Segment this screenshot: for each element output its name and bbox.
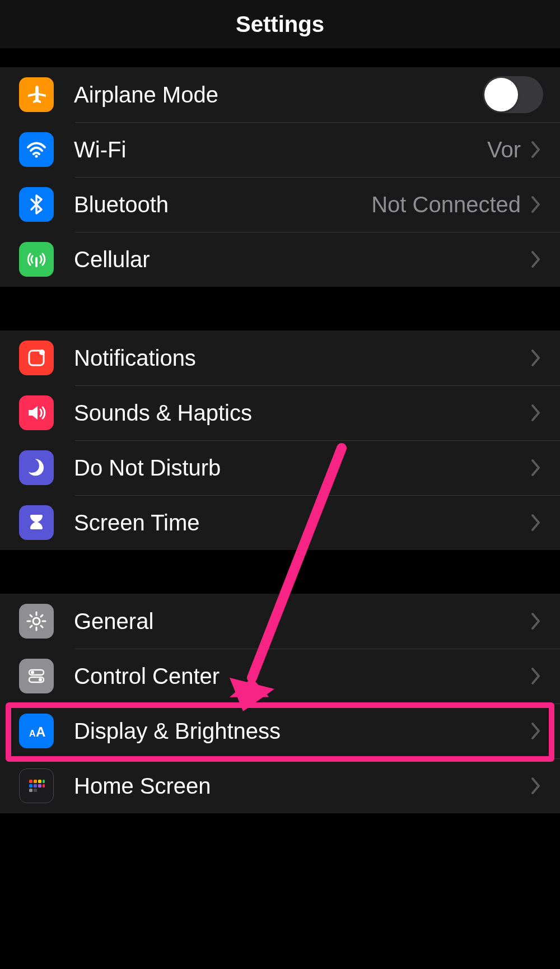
svg-line-12 [30,626,32,627]
section-gap [0,48,560,67]
row-label: Cellular [74,247,529,272]
svg-rect-25 [38,784,41,788]
chevron-right-icon [529,347,543,369]
chevron-right-icon [529,456,543,479]
row-bluetooth[interactable]: Bluetooth Not Connected [0,177,560,232]
toggles-icon [19,659,54,693]
row-wifi[interactable]: Wi-Fi Vor [0,122,560,177]
svg-rect-20 [34,780,37,783]
svg-rect-21 [38,780,41,783]
svg-line-10 [41,626,43,627]
row-label: Wi-Fi [74,137,487,162]
row-value: Not Connected [371,192,521,217]
svg-rect-26 [43,784,45,788]
svg-text:A: A [29,729,36,738]
row-display[interactable]: AA Display & Brightness [0,704,560,758]
row-notifications[interactable]: Notifications [0,330,560,385]
page-title: Settings [236,12,324,37]
chevron-right-icon [529,665,543,687]
row-cellular[interactable]: Cellular [0,232,560,287]
chevron-right-icon [529,511,543,534]
row-sounds[interactable]: Sounds & Haptics [0,385,560,440]
row-label: Airplane Mode [74,82,483,108]
airplane-icon [19,77,54,112]
moon-icon [19,450,54,485]
airplane-toggle[interactable] [483,76,543,113]
row-value: Vor [487,137,521,162]
sounds-icon [19,395,54,430]
svg-rect-19 [29,780,32,783]
row-screentime[interactable]: Screen Time [0,495,560,550]
svg-point-0 [35,155,38,158]
settings-group-alerts: Notifications Sounds & Haptics Do Not Di… [0,330,560,550]
svg-point-14 [31,671,34,674]
row-label: Notifications [74,346,529,371]
apps-grid-icon [19,768,54,803]
row-label: Home Screen [74,774,529,799]
svg-rect-27 [29,789,32,792]
row-dnd[interactable]: Do Not Disturb [0,440,560,495]
row-label: Sounds & Haptics [74,400,529,426]
bluetooth-icon [19,187,54,222]
row-label: Control Center [74,664,529,689]
notifications-icon [19,341,54,375]
chevron-right-icon [529,248,543,271]
svg-point-4 [33,618,40,625]
settings-group-connectivity: Airplane Mode Wi-Fi Vor Bluetooth Not Co… [0,67,560,287]
row-homescreen[interactable]: Home Screen [0,758,560,813]
row-label: Bluetooth [74,192,371,217]
section-gap [0,287,560,330]
row-label: Screen Time [74,510,529,535]
settings-screen: Settings Airplane Mode Wi-Fi Vor Bluetoo… [0,0,560,969]
hourglass-icon [19,505,54,540]
wifi-icon [19,132,54,167]
gear-icon [19,604,54,639]
header: Settings [0,0,560,48]
row-label: Display & Brightness [74,719,529,744]
section-gap [0,550,560,594]
svg-point-16 [39,678,42,682]
svg-rect-24 [34,784,37,788]
svg-text:A: A [36,724,45,739]
svg-rect-28 [34,789,37,792]
row-airplane[interactable]: Airplane Mode [0,67,560,122]
chevron-right-icon [529,193,543,216]
row-general[interactable]: General [0,594,560,649]
svg-rect-1 [35,257,38,267]
svg-rect-22 [43,780,45,783]
svg-line-9 [30,615,32,617]
chevron-right-icon [529,402,543,424]
cellular-icon [19,242,54,277]
row-controlcenter[interactable]: Control Center [0,649,560,704]
row-label: General [74,609,529,634]
chevron-right-icon [529,610,543,632]
svg-point-3 [39,350,45,355]
chevron-right-icon [529,138,543,161]
chevron-right-icon [529,775,543,797]
settings-group-device: General Control Center AA Display & Brig… [0,594,560,813]
row-label: Do Not Disturb [74,455,529,481]
svg-rect-23 [29,784,32,788]
svg-line-11 [41,615,43,617]
chevron-right-icon [529,720,543,742]
textsize-icon: AA [19,714,54,748]
